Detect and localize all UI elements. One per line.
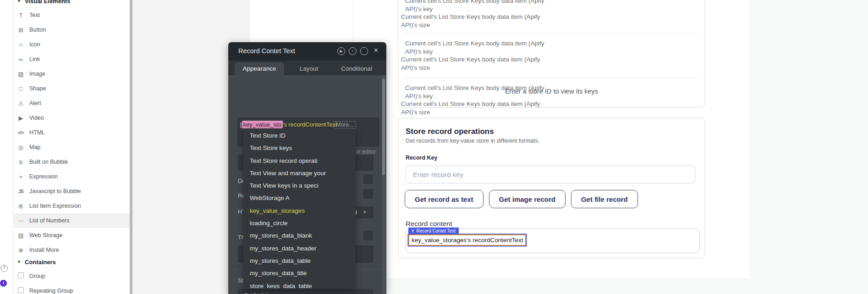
key-cell: Current cell's List Store Keys body data… <box>405 0 559 13</box>
dropdown-item[interactable]: WebStorage A <box>243 192 355 204</box>
card-subtitle: Get records from key-value store in diff… <box>406 138 539 144</box>
panel-scroll-thumb[interactable] <box>382 79 385 175</box>
palette-item-label: Web Storage <box>29 232 63 239</box>
property-editor-header[interactable]: Record Contet Text ▶ i ✕ <box>228 42 386 61</box>
expression-more-button[interactable]: More... <box>334 121 356 128</box>
shape-icon: □ <box>17 85 25 92</box>
palette-item-icon[interactable]: ☆Icon <box>13 37 130 52</box>
palette-item-label: HTML <box>29 129 45 136</box>
checkbox-3[interactable] <box>363 231 373 240</box>
map-pin-icon: ◎ <box>17 144 25 151</box>
checkbox-1[interactable] <box>363 174 373 184</box>
palette-item-label: Shape <box>29 85 46 92</box>
bubble-icon: b <box>17 159 25 166</box>
record-key-input[interactable] <box>406 166 695 183</box>
dropdown-item[interactable]: key_value_storages <box>243 205 355 217</box>
palette-item-map[interactable]: ◎Map <box>13 140 130 155</box>
dropdown-item[interactable]: loading_circle <box>243 217 355 229</box>
palette-item-video[interactable]: ▶Video <box>13 111 130 125</box>
comment-icon[interactable] <box>360 47 368 55</box>
keys-table-row[interactable]: Current cell's List Store Keys body data… <box>405 78 698 122</box>
chevron-down-icon: ▼ <box>17 0 21 3</box>
expression-suffix[interactable]: 's recordContentText <box>283 121 337 128</box>
link-icon: ∞ <box>17 56 25 63</box>
palette-item-label: Button <box>29 27 46 33</box>
dropdown-item[interactable]: my_stores_data_table <box>243 255 355 267</box>
palette-item-expression[interactable]: +Expression <box>13 169 130 184</box>
palette-item-install-more[interactable]: ⊕Install More <box>13 243 130 257</box>
help-icon[interactable]: ? <box>0 265 8 272</box>
dropdown-item[interactable]: store_keys_data_table <box>243 280 355 288</box>
palette-scrollbar[interactable] <box>130 0 132 294</box>
dropdown-item[interactable]: Text View and manage your <box>243 167 355 179</box>
palette-item-repeating-group[interactable]: Repeating Group <box>13 283 130 294</box>
selected-element-badge: T Record Contet Text <box>408 227 459 234</box>
palette-item-label: Map <box>29 144 40 150</box>
storage-icon: ▤ <box>17 232 25 239</box>
dropdown-item[interactable]: my_stores_data_title <box>243 267 355 279</box>
dropdown-item[interactable]: Text Store ID <box>243 129 355 142</box>
get-image-record-button[interactable]: Get image record <box>489 190 566 208</box>
tab-appearance[interactable]: Appearance <box>235 62 284 75</box>
palette-item-list-of-numbers[interactable]: ⋯List of Numbers <box>13 213 130 228</box>
palette-item-label: Icon <box>29 41 40 48</box>
repeating-group-icon <box>17 287 25 294</box>
palette-item-group[interactable]: Group <box>13 269 130 283</box>
tab-conditional[interactable]: Conditional <box>334 62 379 75</box>
palette-section-label: Visual Elements <box>25 0 70 5</box>
palette-item-html[interactable]: </>HTML <box>13 125 130 140</box>
video-icon: ▶ <box>17 115 25 122</box>
palette-item-web-storage[interactable]: ▤Web Storage <box>13 228 130 243</box>
expression-selected-token[interactable]: key_value_sto <box>242 121 283 128</box>
dropdown-item[interactable]: my_stores_data_header <box>243 242 355 255</box>
close-icon[interactable]: ✕ <box>374 47 379 54</box>
html-icon: </> <box>17 130 25 135</box>
palette-item-label: Image <box>29 71 45 77</box>
get-file-record-button[interactable]: Get file record <box>571 190 638 208</box>
keys-table-row[interactable]: Current cell's List Store Keys body data… <box>405 33 698 78</box>
record-key-label: Record Key <box>406 155 437 161</box>
record-buttons-row: Get record as textGet image recordGet fi… <box>405 190 638 208</box>
keys-table: Current cell's List Store Keys body data… <box>398 0 705 122</box>
info-icon[interactable]: i <box>349 47 357 55</box>
palette-item-text[interactable]: TText <box>13 8 130 22</box>
palette-item-label: Javascript to Bubble <box>29 188 81 194</box>
plus-circle-icon: ⊕ <box>17 247 25 254</box>
panel-tabbar: Appearance Layout Conditional <box>228 61 386 75</box>
tab-layout[interactable]: Layout <box>284 62 334 75</box>
size-cell: Current cell's List Store Keys body data… <box>401 55 548 72</box>
style-select-value: Body 14 <box>244 292 268 294</box>
palette-item-built-on-bubble[interactable]: bBuilt on Bubble <box>13 155 130 169</box>
selected-text-element[interactable]: key_value_storages's recordContentText <box>408 234 526 246</box>
run-icon[interactable]: ▶ <box>337 47 345 55</box>
style-select[interactable]: Body 14 ▼ <box>238 289 374 294</box>
size-cell: Current cell's List Store Keys body data… <box>401 100 548 116</box>
dropdown-item[interactable]: Text Store keys <box>243 142 355 154</box>
card-title: Store record operations <box>406 127 494 136</box>
js-icon: JS <box>17 189 25 194</box>
group-icon <box>18 272 24 278</box>
dropdown-item[interactable]: my_stores_data_blank <box>243 229 355 242</box>
palette-item-label: Install More <box>29 247 59 253</box>
palette-item-list-item-expression[interactable]: ≣List Item Expression <box>13 199 130 213</box>
group-boundary-line <box>353 0 353 42</box>
palette-item-shape[interactable]: □Shape <box>13 81 130 96</box>
text-element-icon: T <box>412 229 414 233</box>
palette-item-alert[interactable]: ⚠Alert <box>13 96 130 111</box>
palette-item-label: List Item Expression <box>29 203 81 209</box>
palette-section-header[interactable]: ▼Containers <box>17 257 56 266</box>
assistant-icon[interactable]: I <box>0 280 7 287</box>
dropdown-item[interactable]: Text Store record operati <box>243 155 355 167</box>
get-record-as-text-button[interactable]: Get record as text <box>405 190 483 208</box>
property-editor: Record Contet Text ▶ i ✕ Appearance Layo… <box>228 42 386 294</box>
chevron-down-icon: ▼ <box>363 210 367 215</box>
palette-item-javascript-to-bubble[interactable]: JSJavascript to Bubble <box>13 184 130 199</box>
palette-section-header[interactable]: ▼Visual Elements <box>17 0 70 6</box>
palette-item-label: List of Numbers <box>29 217 70 224</box>
palette-item-button[interactable]: ⊞Button <box>13 22 130 37</box>
checkbox-2[interactable] <box>363 189 373 199</box>
keys-table-row[interactable]: Current cell's List Store Keys body data… <box>405 0 698 33</box>
dropdown-item[interactable]: Text View keys in a speci <box>243 179 355 192</box>
palette-item-link[interactable]: ∞Link <box>13 52 130 67</box>
palette-item-image[interactable]: ▧Image <box>13 67 130 81</box>
